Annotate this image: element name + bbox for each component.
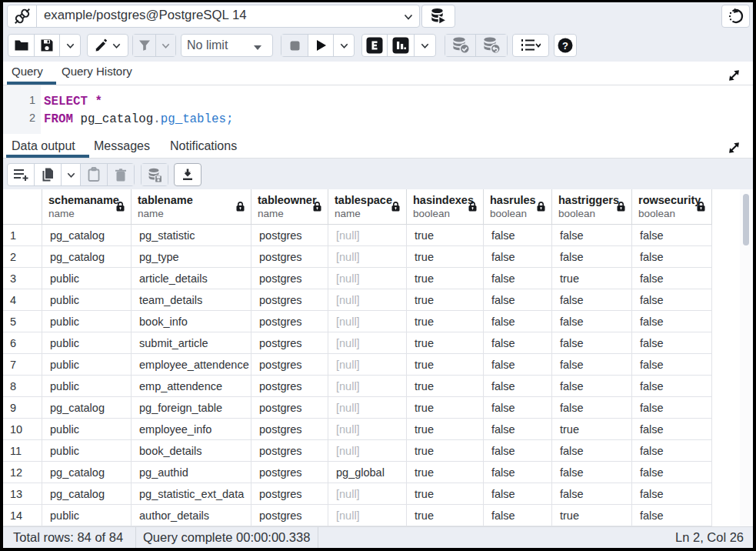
svg-text:?: ? <box>562 40 568 52</box>
